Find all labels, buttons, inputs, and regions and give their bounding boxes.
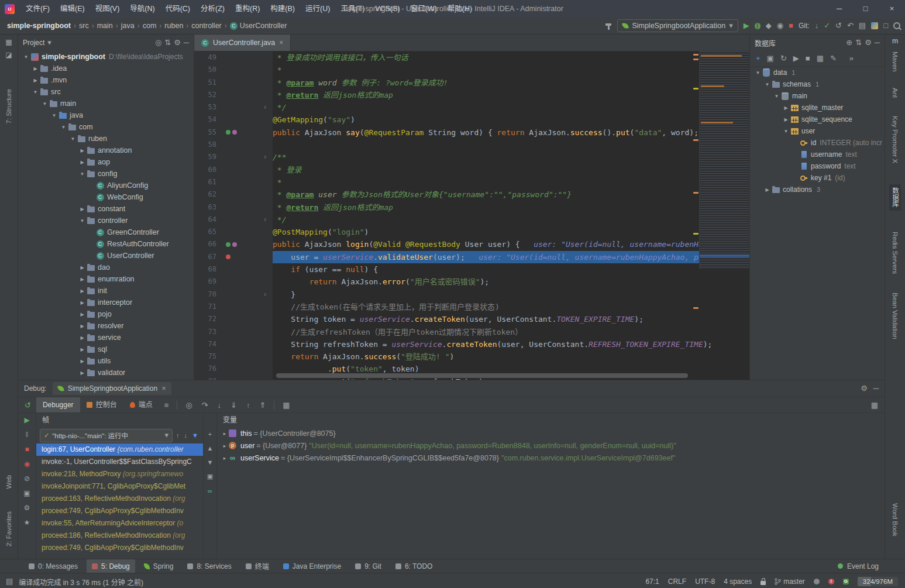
tool-button-数据库[interactable]: 数据库 [889,184,901,211]
error-stripe-mark[interactable] [693,192,698,194]
code-minimap[interactable] [699,51,749,269]
status-item-UTF-8[interactable]: UTF-8 [695,577,715,586]
move-down-icon[interactable]: ▼ [207,459,214,466]
project-tree-item-com[interactable]: ▼com [18,121,194,133]
evaluate-expression-icon[interactable]: ▦ [278,401,294,410]
project-tree-item-constant[interactable]: ▶constant [18,203,194,215]
memory-indicator[interactable]: 324/976M [858,577,898,586]
close-session-icon[interactable]: × [161,384,166,393]
debug-button[interactable] [755,23,761,29]
bookmark-tool-icon[interactable]: ◪ [5,51,12,59]
close-button[interactable]: × [879,0,905,18]
coverage-icon[interactable]: ◆ [766,21,772,30]
code-line-52[interactable]: 52 * @return 返回json格式的map [194,89,749,101]
fold-marker[interactable]: ∨ [249,101,273,114]
breadcrumb-item-com[interactable]: com [143,22,157,30]
plugin-icon[interactable] [871,22,878,29]
frame-row-4[interactable]: proceed:163, ReflectiveMethodInvocation … [36,493,203,505]
project-tree-item-src[interactable]: ▼src [18,86,194,98]
maximize-button[interactable]: □ [852,0,879,18]
layout-icon[interactable]: ≡ [160,401,173,410]
view-breakpoints-icon[interactable]: ◉ [24,460,30,469]
code-line-50[interactable]: 50 * [194,64,749,76]
code-line-72[interactable]: 72 String token = userService.createToke… [194,313,749,325]
code-line-62[interactable]: 62 * @param user 参数为Json格式的User对象{"usern… [194,188,749,201]
menu-分析(Z)[interactable]: 分析(Z) [195,0,230,18]
pin-icon[interactable]: ★ [24,518,30,528]
tree-arrow-icon[interactable]: ▼ [22,54,30,60]
locate-icon[interactable]: ⊕ [846,38,852,47]
resume-icon[interactable]: ▶ [24,416,29,425]
lock-icon[interactable] [761,581,766,585]
restore-layout-icon[interactable]: ▦ [867,401,882,410]
prev-frame-icon[interactable]: ↑ [175,432,181,439]
show-execution-point-icon[interactable]: ◎ [181,401,196,410]
tool-button-7: Structure[interactable]: 7: Structure [4,86,13,126]
tree-arrow-icon[interactable]: ▼ [753,70,762,75]
bottom-tab-终端[interactable]: 终端 [240,559,274,573]
notifications-icon[interactable] [814,579,820,584]
db-tree-item-data[interactable]: ▼data1 [750,67,885,78]
project-tree-item-init[interactable]: ▶init [18,285,194,297]
grammar-icon[interactable]: G [843,579,849,584]
stop-button[interactable]: ■ [789,21,793,30]
expand-arrow-icon[interactable]: ▸ [221,431,229,436]
tool-button-Maven[interactable]: Maven [890,49,900,75]
run-to-cursor-icon[interactable]: ⇑ [255,401,270,410]
code-line-54[interactable]: 54@GetMapping("say") [194,114,749,126]
build-icon[interactable] [605,22,612,30]
duplicate-icon[interactable]: ▣ [767,54,774,63]
step-into-icon[interactable]: ↓ [214,401,226,410]
bottom-tab-0: Messages[interactable]: 0: Messages [23,559,83,573]
debug-session-tab[interactable]: SimpleSpringbootApplication × [53,382,171,395]
breakpoint-icon[interactable] [226,255,230,259]
refresh-icon[interactable]: ↻ [780,54,787,63]
project-tree-item-sql[interactable]: ▶sql [18,343,194,355]
hide-panel-icon[interactable]: ─ [873,384,879,393]
fold-marker[interactable]: ∨ [249,288,273,301]
code-line-58[interactable]: 58 [194,139,749,151]
tree-arrow-icon[interactable]: ▶ [78,288,87,294]
project-tree-item-java[interactable]: ▼java [18,109,194,121]
tree-arrow-icon[interactable]: ▼ [782,129,790,134]
tree-arrow-icon[interactable]: ▼ [68,136,77,142]
tree-arrow-icon[interactable]: ▶ [763,187,772,192]
tree-arrow-icon[interactable]: ▶ [78,277,87,282]
thread-dump-icon[interactable]: ▣ [23,489,30,498]
mute-breakpoints-icon[interactable]: ⊘ [24,474,30,484]
tree-arrow-icon[interactable]: ▼ [40,101,49,106]
debug-tab-端点[interactable]: 端点 [123,397,159,412]
profiler-icon[interactable]: ◉ [777,21,783,30]
tree-arrow-icon[interactable]: ▶ [31,66,40,71]
code-line-55[interactable]: 55public AjaxJson say(@RequestParam Stri… [194,126,749,139]
menu-代码(C)[interactable]: 代码(C) [160,0,195,18]
tool-button-Word Book[interactable]: Word Book [890,500,900,539]
chevron-down-icon[interactable]: ▾ [47,38,51,47]
error-stripe-mark[interactable] [693,233,698,235]
code-line-65[interactable]: 65@PostMapping("login") [194,226,749,238]
frame-row-1[interactable]: invoke:-1, UserController$$FastClassBySp… [36,456,203,468]
db-tree-item-username[interactable]: usernametext [750,149,885,160]
tree-arrow-icon[interactable]: ▶ [78,312,87,317]
stop-icon[interactable]: ■ [25,445,29,455]
menu-文件(F)[interactable]: 文件(F) [20,0,55,18]
debug-tab-控制台[interactable]: 控制台 [80,397,123,412]
project-tree-item-resolver[interactable]: ▶resolver [18,320,194,332]
menu-导航(N)[interactable]: 导航(N) [125,0,160,18]
project-tree-item-WebConfig[interactable]: CWebConfig [18,191,194,203]
code-line-69[interactable]: 69 return AjaxJson.error("用户名或密码错误"); [194,276,749,288]
add-watch-icon[interactable]: + [208,431,212,438]
error-stripe-mark[interactable] [693,307,698,309]
debug-settings-icon[interactable]: ⚙ [24,504,30,513]
code-line-74[interactable]: 74 String refreshToken = userService.cre… [194,338,749,350]
menu-构建(B)[interactable]: 构建(B) [265,0,300,18]
tree-arrow-icon[interactable]: ▼ [50,113,59,118]
error-indicator-icon[interactable]: ! [828,579,834,584]
code-line-53[interactable]: 53∨ */ [194,101,749,114]
table-view-icon[interactable]: ▦ [817,54,824,63]
add-datasource-icon[interactable]: + [756,54,761,63]
git-update-icon[interactable]: ↓ [815,21,819,30]
project-tree-item-main[interactable]: ▼main [18,98,194,109]
expand-arrow-icon[interactable]: ▸ [221,443,229,449]
project-tree-item-UserController[interactable]: CUserController [18,250,194,262]
